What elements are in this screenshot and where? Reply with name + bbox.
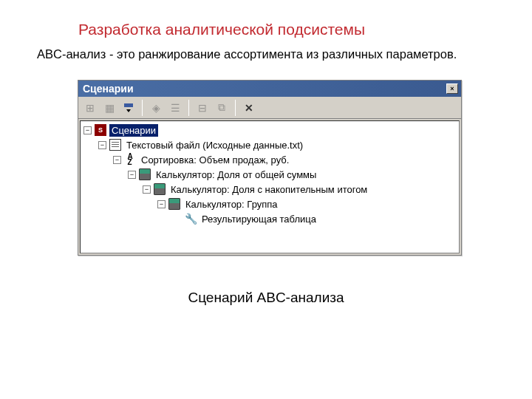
list-icon[interactable]: ☰ [166, 99, 184, 117]
collapse-icon[interactable]: − [128, 171, 136, 179]
collapse-icon[interactable]: − [98, 141, 106, 149]
calculator-icon [154, 183, 166, 195]
sort-icon: AZ [124, 154, 136, 166]
toolbar: ⊞ ▦ ◈ ☰ ⊟ ⧉ ✕ [78, 97, 461, 119]
collapse-icon[interactable]: − [113, 156, 121, 164]
tree-node[interactable]: − Калькулятор: Доля от общей суммы [81, 167, 459, 182]
tree-node[interactable]: 🔧 Результирующая таблица [81, 211, 459, 226]
close-button[interactable]: × [446, 83, 458, 94]
window-titlebar: Сценарии × [78, 81, 461, 97]
tree-node-label: Текстовый файл (Исходные данные.txt) [124, 139, 305, 151]
toolbar-separator [142, 100, 143, 116]
wrench-icon: 🔧 [185, 213, 197, 225]
tree-node-root[interactable]: − S Сценарии [81, 123, 459, 137]
tree-node[interactable]: − Калькулятор: Доля с накопительным итог… [81, 182, 459, 197]
dropdown-icon[interactable] [120, 99, 137, 117]
cube-icon[interactable]: ◈ [147, 99, 165, 117]
calculator-icon [139, 168, 151, 180]
toolbar-separator [188, 100, 189, 116]
text-file-icon [109, 139, 121, 151]
figure-caption: Сценарий ABC-анализа [0, 290, 532, 306]
svg-rect-0 [124, 103, 133, 107]
tree-node-label: Сценарии [109, 124, 158, 137]
tree-node[interactable]: − Текстовый файл (Исходные данные.txt) [81, 137, 459, 152]
tree-node-label: Калькулятор: Доля от общей суммы [154, 168, 318, 181]
tree-node-label: Результирующая таблица [200, 213, 318, 225]
tree-leaf-spacer [172, 215, 182, 223]
collapse-icon[interactable]: − [157, 200, 166, 208]
tree-node-label: Калькулятор: Доля с накопительным итогом [168, 183, 369, 196]
tree-node-label: Калькулятор: Группа [183, 198, 280, 211]
tree-node[interactable]: − Калькулятор: Группа [81, 197, 459, 211]
delete-icon[interactable]: ✕ [240, 99, 258, 117]
toolbar-separator [235, 100, 236, 116]
window-title: Сценарии [83, 83, 134, 95]
hierarchy-icon[interactable]: ⊟ [194, 99, 211, 117]
scenarios-window: Сценарии × ⊞ ▦ ◈ ☰ ⊟ ⧉ ✕ − S Сценарии − … [78, 80, 462, 256]
page-subtitle: ABC-анализ - это ранжирование ассортимен… [37, 47, 457, 61]
scenarios-icon: S [95, 124, 106, 136]
page-title: Разработка аналитической подсистемы [78, 21, 365, 38]
collapse-icon[interactable]: − [143, 185, 151, 194]
calculator-icon [168, 198, 180, 210]
grid-icon[interactable]: ▦ [100, 99, 118, 117]
group-icon[interactable]: ⧉ [213, 99, 231, 117]
tree-icon[interactable]: ⊞ [81, 99, 99, 117]
tree-node-label: Сортировка: Объем продаж, руб. [139, 154, 291, 166]
tree-node[interactable]: − AZ Сортировка: Объем продаж, руб. [81, 152, 459, 167]
tree-view: − S Сценарии − Текстовый файл (Исходные … [80, 120, 460, 253]
collapse-icon[interactable]: − [83, 126, 92, 134]
